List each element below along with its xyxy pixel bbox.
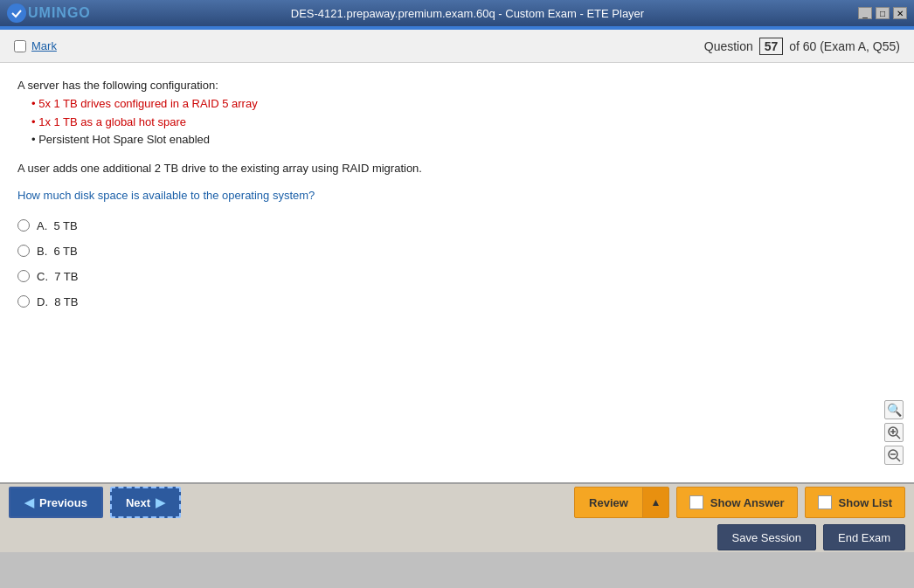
save-session-button[interactable]: Save Session bbox=[717, 524, 817, 550]
previous-label: Previous bbox=[39, 496, 87, 509]
bullet-item-3: Persistent Hot Spare Slot enabled bbox=[31, 131, 897, 149]
next-label: Next bbox=[126, 496, 150, 509]
show-list-label: Show List bbox=[839, 496, 892, 509]
zoom-in-button[interactable] bbox=[884, 423, 904, 442]
question-intro: A server has the following configuration… bbox=[17, 77, 897, 95]
window-title: DES-4121.prepaway.premium.exam.60q - Cus… bbox=[77, 7, 858, 20]
bottom-bar: ◀ Previous Next ▶ Review ▲ Show Answer S… bbox=[0, 482, 914, 552]
previous-arrow-icon: ◀ bbox=[24, 495, 34, 509]
main-content: A server has the following configuration… bbox=[0, 63, 914, 482]
zoom-out-button[interactable] bbox=[884, 446, 904, 465]
option-d: D. 8 TB bbox=[17, 295, 897, 308]
bottom-row1: ◀ Previous Next ▶ Review ▲ Show Answer S… bbox=[0, 483, 914, 522]
option-d-label[interactable]: D. 8 TB bbox=[37, 295, 78, 308]
radio-c[interactable] bbox=[17, 270, 30, 282]
svg-line-5 bbox=[897, 458, 900, 461]
search-zoom-button[interactable]: 🔍 bbox=[884, 400, 904, 419]
logo: UMINGO bbox=[7, 1, 77, 25]
close-button[interactable]: ✕ bbox=[893, 7, 907, 19]
bullet-item-1: 5x 1 TB drives configured in a RAID 5 ar… bbox=[31, 95, 897, 114]
option-c: C. 7 TB bbox=[17, 270, 897, 283]
question-text: A server has the following configuration… bbox=[17, 77, 897, 178]
question-label: Question bbox=[704, 39, 753, 53]
radio-d[interactable] bbox=[17, 295, 30, 308]
show-answer-label: Show Answer bbox=[710, 496, 785, 509]
window-controls[interactable]: _ □ ✕ bbox=[858, 7, 907, 19]
zoom-controls: 🔍 bbox=[884, 400, 904, 465]
next-button[interactable]: Next ▶ bbox=[110, 487, 181, 518]
bullet-list: 5x 1 TB drives configured in a RAID 5 ar… bbox=[17, 95, 897, 149]
mark-label[interactable]: Mark bbox=[31, 39, 57, 52]
option-a: A. 5 TB bbox=[17, 219, 897, 232]
radio-a[interactable] bbox=[17, 219, 30, 232]
question-header: Mark Question 57 of 60 (Exam A, Q55) bbox=[0, 30, 914, 63]
answer-options: A. 5 TB B. 6 TB C. 7 TB D. 8 TB bbox=[17, 219, 897, 308]
bottom-row2: Save Session End Exam bbox=[0, 522, 914, 553]
question-number-box: 57 bbox=[759, 38, 784, 55]
mark-section: Mark bbox=[14, 39, 57, 52]
end-exam-button[interactable]: End Exam bbox=[823, 524, 905, 550]
minimize-button[interactable]: _ bbox=[858, 7, 872, 19]
option-a-label[interactable]: A. 5 TB bbox=[37, 219, 78, 232]
option-b: B. 6 TB bbox=[17, 245, 897, 258]
show-list-button[interactable]: Show List bbox=[805, 487, 905, 518]
maximize-button[interactable]: □ bbox=[876, 7, 890, 19]
option-b-label[interactable]: B. 6 TB bbox=[37, 245, 78, 258]
show-answer-button[interactable]: Show Answer bbox=[676, 487, 798, 518]
review-button[interactable]: Review ▲ bbox=[574, 487, 669, 518]
question-prompt: How much disk space is available to the … bbox=[17, 189, 897, 202]
title-bar: UMINGO DES-4121.prepaway.premium.exam.60… bbox=[0, 0, 914, 26]
review-dropdown-icon[interactable]: ▲ bbox=[642, 488, 668, 517]
question-body: A user adds one additional 2 TB drive to… bbox=[17, 160, 897, 178]
mark-checkbox[interactable] bbox=[14, 40, 26, 52]
question-of-text: of 60 (Exam A, Q55) bbox=[789, 39, 900, 53]
logo-icon bbox=[7, 3, 26, 23]
bullet-item-2: 1x 1 TB as a global hot spare bbox=[31, 114, 897, 132]
show-list-icon bbox=[818, 495, 832, 509]
radio-b[interactable] bbox=[17, 245, 30, 257]
previous-button[interactable]: ◀ Previous bbox=[9, 487, 103, 518]
review-label: Review bbox=[575, 488, 642, 517]
show-answer-icon bbox=[689, 495, 703, 509]
svg-line-1 bbox=[897, 435, 900, 439]
option-c-label[interactable]: C. 7 TB bbox=[37, 270, 78, 283]
next-arrow-icon: ▶ bbox=[156, 495, 165, 509]
title-bar-left: UMINGO bbox=[7, 1, 77, 25]
question-number-display: Question 57 of 60 (Exam A, Q55) bbox=[704, 38, 900, 55]
